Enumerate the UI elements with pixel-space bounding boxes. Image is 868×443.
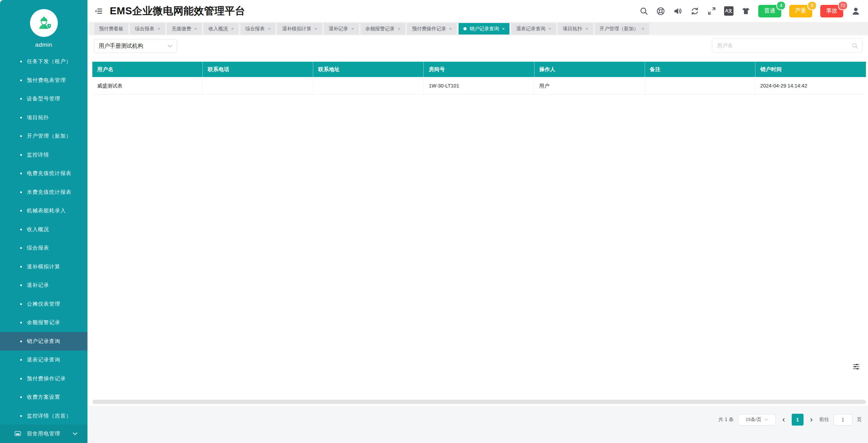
fullscreen-icon[interactable] xyxy=(707,7,716,15)
tab[interactable]: 收入概况× xyxy=(203,23,239,35)
search-input[interactable] xyxy=(716,42,852,49)
bullet-icon xyxy=(20,303,22,305)
tab[interactable]: 预付费操作记录× xyxy=(407,23,457,35)
alarm-tag-accident[interactable]: 事故 72 xyxy=(820,5,843,17)
sidebar-group-dorm-power[interactable]: 宿舍用电管理 xyxy=(0,425,87,443)
close-icon[interactable]: × xyxy=(585,26,588,31)
close-icon[interactable]: × xyxy=(314,26,317,31)
alarm-tag-severe[interactable]: 严重 9 xyxy=(789,5,812,17)
sidebar-item[interactable]: 监控详情（吉首） xyxy=(0,407,87,426)
tab-active[interactable]: 销户记录查询× xyxy=(459,23,510,35)
cell-close-time: 2024-04-29 14:14:42 xyxy=(755,77,866,94)
prev-page-button[interactable]: ‹ xyxy=(780,414,787,425)
goto-label: 前往 xyxy=(819,417,829,423)
user-icon[interactable] xyxy=(851,7,860,16)
page-title: EMS企业微电网能效管理平台 xyxy=(110,4,245,18)
tab[interactable]: 预付费看板 xyxy=(94,23,128,35)
horizontal-scrollbar[interactable] xyxy=(92,400,866,404)
sidebar-item[interactable]: 预付费操作记录 xyxy=(0,369,87,388)
sidebar-item-active[interactable]: 销户记录查询 xyxy=(0,332,87,351)
chevron-down-icon xyxy=(73,432,77,435)
sidebar-item[interactable]: 水费充值统计报表 xyxy=(0,183,87,202)
bullet-icon xyxy=(20,284,22,286)
badge-count: 4 xyxy=(776,1,786,10)
bullet-icon xyxy=(20,396,22,398)
sidebar-item[interactable]: 退表记录查询 xyxy=(0,351,87,369)
bullet-icon xyxy=(20,61,22,62)
tab[interactable]: 退补模拟计算× xyxy=(277,23,322,35)
sidebar-item[interactable]: 预付费电表管理 xyxy=(0,71,87,90)
column-header: 联系电话 xyxy=(203,62,313,77)
cell-address xyxy=(313,77,424,94)
panel-icon xyxy=(15,431,21,437)
tab[interactable]: 项目拓扑× xyxy=(558,23,593,35)
cell-phone xyxy=(203,77,313,94)
page-number-active[interactable]: 1 xyxy=(792,414,804,426)
sidebar-item[interactable]: 电费充值统计报表 xyxy=(0,164,87,183)
badge-count: 9 xyxy=(807,1,817,10)
close-icon[interactable]: × xyxy=(502,26,505,31)
column-header: 备注 xyxy=(645,62,755,77)
bullet-icon xyxy=(20,79,22,81)
close-icon[interactable]: × xyxy=(158,26,160,31)
sidebar-item[interactable]: 公摊仪表管理 xyxy=(0,295,87,314)
search-icon[interactable] xyxy=(639,7,648,15)
sidebar-menu: 任务下发（租户） 预付费电表管理 设备型号管理 项目拓扑 开户管理（新加） 监控… xyxy=(0,52,87,425)
column-settings-icon[interactable] xyxy=(853,363,860,370)
close-icon[interactable]: × xyxy=(398,26,401,31)
close-icon[interactable]: × xyxy=(351,26,354,31)
sidebar-item[interactable]: 收入概况 xyxy=(0,220,87,239)
alarm-tag-normal[interactable]: 普通 4 xyxy=(758,5,781,17)
sidebar-item[interactable]: 退补模拟计算 xyxy=(0,258,87,276)
tab[interactable]: 余额报警记录× xyxy=(361,23,406,35)
bullet-icon xyxy=(20,98,22,100)
close-icon[interactable]: × xyxy=(548,26,551,31)
sidebar-item[interactable]: 开户管理（新加） xyxy=(0,127,87,146)
sidebar-item[interactable]: 设备型号管理 xyxy=(0,90,87,108)
next-page-button[interactable]: › xyxy=(808,414,815,425)
close-icon[interactable]: × xyxy=(449,26,452,31)
search-icon[interactable] xyxy=(852,43,858,49)
tab[interactable]: 综合报表× xyxy=(130,23,165,35)
close-icon[interactable]: × xyxy=(194,26,197,31)
app-window: admin 任务下发（租户） 预付费电表管理 设备型号管理 项目拓扑 开户管理（… xyxy=(0,0,868,443)
close-icon[interactable]: × xyxy=(268,26,271,31)
translate-icon[interactable]: A文 xyxy=(724,6,733,16)
sidebar-item[interactable]: 监控详情 xyxy=(0,146,87,165)
close-icon[interactable]: × xyxy=(642,26,645,31)
sidebar-item[interactable]: 退补记录 xyxy=(0,276,87,295)
page-size-select[interactable]: 15条/页 xyxy=(738,414,776,426)
sidebar-item[interactable]: 余额报警记录 xyxy=(0,313,87,332)
search-box xyxy=(712,38,862,53)
tab[interactable]: 充值缴费× xyxy=(167,23,202,35)
goto-page-input[interactable] xyxy=(834,414,852,426)
header-tools: A文 普通 4 严重 9 事故 72 xyxy=(639,5,868,17)
tab[interactable]: 开户管理（新加）× xyxy=(595,23,650,35)
bullet-icon xyxy=(20,359,22,361)
table-row: 威盛测试表 1W-30-LT101 用户 2024-04-29 14:14:42 xyxy=(92,77,866,95)
column-header: 销户时间 xyxy=(755,62,866,77)
sidebar-item[interactable]: 收费方案设置 xyxy=(0,388,87,407)
tab[interactable]: 退补记录× xyxy=(324,23,359,35)
bullet-icon xyxy=(20,191,22,193)
bullet-icon xyxy=(20,229,22,230)
chevron-down-icon xyxy=(764,418,768,421)
column-header: 用户名 xyxy=(92,62,203,77)
refresh-icon[interactable] xyxy=(690,7,699,16)
support-icon[interactable] xyxy=(656,7,665,16)
bullet-icon xyxy=(20,173,22,174)
org-select[interactable]: 用户手册测试机构 xyxy=(94,39,177,53)
volume-icon[interactable] xyxy=(673,7,682,16)
close-icon[interactable]: × xyxy=(231,26,234,31)
collapse-sidebar-icon[interactable] xyxy=(94,7,103,15)
user-panel: admin xyxy=(0,0,87,48)
page-unit-label: 页 xyxy=(857,417,862,423)
tab[interactable]: 退表记录查询× xyxy=(511,23,556,35)
theme-shirt-icon[interactable] xyxy=(742,7,750,15)
sidebar-item[interactable]: 机械表能耗录入 xyxy=(0,201,87,220)
tab[interactable]: 综合报表× xyxy=(240,23,276,35)
table-header-row: 用户名 联系电话 联系地址 房间号 操作人 备注 销户时间 xyxy=(92,62,866,77)
sidebar-item[interactable]: 综合报表 xyxy=(0,239,87,258)
sidebar-item[interactable]: 项目拓扑 xyxy=(0,108,87,127)
sidebar-item[interactable]: 任务下发（租户） xyxy=(0,52,87,71)
